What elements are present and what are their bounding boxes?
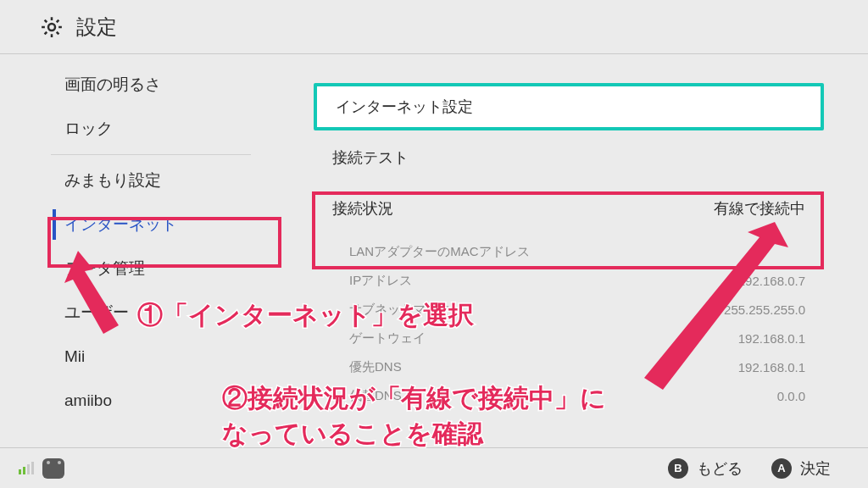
sidebar-item-user[interactable]: ユーザー	[0, 291, 288, 335]
controller-status	[19, 458, 64, 479]
sidebar-item-mii[interactable]: Mii	[0, 335, 288, 379]
option-connection-test[interactable]: 接続テスト	[314, 134, 824, 181]
sidebar-item-parental[interactable]: みまもり設定	[0, 158, 288, 202]
page-title: 設定	[76, 14, 117, 41]
header: 設定	[0, 0, 868, 54]
joycon-icon	[42, 458, 64, 479]
network-info-list: LANアダプターのMACアドレス IPアドレス192.168.0.7 サブネット…	[314, 232, 824, 410]
connection-status-row: 接続状況 有線で接続中	[314, 185, 824, 232]
a-button-icon: A	[771, 458, 792, 479]
battery-icon	[19, 462, 34, 474]
back-button[interactable]: B もどる	[668, 458, 743, 479]
sidebar-item-internet[interactable]: インターネット	[0, 202, 288, 247]
svg-point-0	[48, 24, 55, 30]
info-row: IPアドレス192.168.0.7	[349, 266, 824, 295]
sidebar-item-lock[interactable]: ロック	[0, 107, 288, 151]
info-row: ゲートウェイ192.168.0.1	[349, 324, 824, 352]
status-value: 有線で接続中	[714, 198, 805, 219]
gear-icon	[39, 14, 64, 40]
option-internet-settings[interactable]: インターネット設定	[314, 83, 824, 130]
info-row: 代替DNS0.0.0	[349, 381, 824, 410]
main-panel: インターネット設定 接続テスト 接続状況 有線で接続中 LANアダプターのMAC…	[288, 54, 868, 447]
info-row: LANアダプターのMACアドレス	[349, 237, 824, 266]
sidebar-item-data[interactable]: データ管理	[0, 247, 288, 291]
sidebar: 画面の明るさ ロック みまもり設定 インターネット データ管理 ユーザー Mii…	[0, 54, 288, 447]
b-button-icon: B	[668, 458, 688, 479]
footer: B もどる A 決定	[0, 447, 868, 488]
status-label: 接続状況	[332, 198, 393, 219]
sidebar-item-brightness[interactable]: 画面の明るさ	[0, 63, 288, 107]
sidebar-item-amiibo[interactable]: amiibo	[0, 379, 288, 423]
ok-button[interactable]: A 決定	[771, 458, 831, 479]
info-row: サブネットマスク255.255.255.0	[349, 295, 824, 324]
info-row: 優先DNS192.168.0.1	[349, 352, 824, 381]
sidebar-separator	[51, 154, 251, 155]
